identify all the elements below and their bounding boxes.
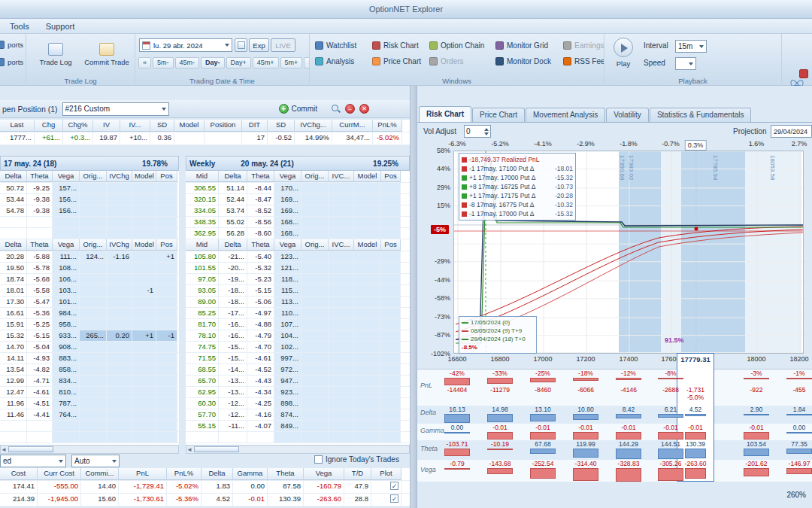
table-row[interactable]: 18.01-5.58103...-1 — [0, 285, 179, 297]
plot-checkbox[interactable]: ✓ — [390, 482, 398, 490]
mode-selector[interactable]: Auto — [71, 455, 120, 467]
table-row[interactable] — [0, 432, 179, 443]
table-row[interactable]: 15.91-5.25958... — [0, 319, 179, 330]
table-row[interactable]: 16.61-5.36984... — [0, 308, 179, 319]
table-row[interactable]: 74.75-15...-4.70102... — [186, 342, 410, 353]
table-row[interactable]: 18.74-5.68106... — [0, 274, 179, 285]
step-back-icon[interactable]: « — [138, 57, 151, 68]
trading-date-field[interactable]: lu. 29 abr. 2024 — [139, 38, 232, 52]
table-row[interactable]: 214.39-1,945.0015.60-1,730.61-5.36%4.52-… — [0, 494, 410, 506]
table-row[interactable]: 55.15-11...-4.07849... — [186, 421, 410, 432]
reports-button[interactable]: ports — [0, 56, 26, 68]
table-row[interactable]: 15.32-5.15933...265...0.20+1-1 — [0, 330, 179, 342]
table-row[interactable]: 65.70-13...-4.43947... — [186, 376, 410, 387]
table-row[interactable]: 54.78-9.38156... — [0, 205, 179, 217]
position-selector[interactable]: #216 Custom — [62, 102, 169, 116]
play-button[interactable] — [614, 38, 633, 57]
windows-item-option-chain[interactable]: Option Chain — [427, 39, 486, 51]
table-row[interactable]: 11.96-4.51787... — [0, 398, 179, 409]
windows-item-risk-chart[interactable]: Risk Chart — [370, 39, 421, 51]
table-row[interactable]: 62.95-13...-4.34923... — [186, 387, 410, 398]
windows-item-price-chart[interactable]: Price Chart — [370, 55, 423, 67]
table-row[interactable]: 11.46-4.41764... — [0, 409, 179, 421]
plot-checkbox[interactable]: ✓ — [390, 494, 398, 503]
tab-volatility[interactable]: Volatility — [606, 108, 649, 122]
windows-item-watchlist[interactable]: Watchlist — [313, 39, 359, 51]
table-row[interactable]: 81.70-16...-4.88107... — [186, 319, 410, 330]
menu-tools[interactable]: Tools — [2, 20, 38, 32]
nav-day-[interactable]: Day- — [201, 57, 225, 68]
table-row[interactable]: 174.41-555.0014.40-1,729.41-5.02%1.830.0… — [0, 481, 410, 494]
table-row[interactable]: 97.05-19...-5.23118... — [186, 274, 410, 285]
scroll-left-icon[interactable]: ◄ — [1, 446, 7, 453]
table-row[interactable]: 14.70-5.04908... — [0, 342, 179, 353]
table-row[interactable]: 71.55-15...-4.61997... — [186, 353, 410, 364]
vol-adjust-stepper[interactable]: 0 — [464, 125, 491, 138]
exp-button[interactable]: Exp — [249, 38, 269, 52]
table-row[interactable]: 362.9556.28-8.60168... — [186, 228, 410, 239]
windows-item-monitor-dock[interactable]: Monitor Dock — [493, 55, 553, 67]
scroll-thumb[interactable] — [194, 446, 239, 452]
table-row[interactable] — [0, 228, 179, 239]
table-row[interactable]: 14.11-4.93883... — [0, 353, 179, 364]
horizontal-scrollbar[interactable]: ◄ — [0, 445, 179, 454]
nav-45m-[interactable]: 45m+ — [253, 57, 279, 68]
nav-5m-[interactable]: 5m- — [153, 57, 174, 68]
step-forward-icon[interactable]: » — [304, 57, 310, 68]
table-row[interactable]: 12.47-4.61810... — [0, 387, 179, 398]
table-row[interactable]: 20.28-5.88111...124...-1.16+1 — [0, 251, 179, 263]
table-row[interactable]: 57.70-12...-4.16874... — [186, 409, 410, 421]
table-row[interactable]: 78.10-16...-4.79104... — [186, 330, 410, 342]
close-icon[interactable]: ✕ — [359, 104, 369, 114]
table-row[interactable] — [0, 421, 179, 432]
table-row[interactable]: 334.0553.74-8.52169... — [186, 205, 410, 217]
expiry-header-left[interactable]: 17 may. 24 (18) 19.78% — [0, 156, 179, 171]
speed-select[interactable] — [675, 57, 696, 70]
scroll-left-icon[interactable]: ◄ — [186, 446, 192, 453]
table-row[interactable]: 89.00-18...-5.06113... — [186, 297, 410, 308]
nav-5m-[interactable]: 5m+ — [280, 57, 303, 68]
trade-log-button[interactable]: Trade Log — [31, 36, 80, 72]
tab-statistics-fundamentals[interactable]: Statistics & Fundamentals — [650, 108, 752, 122]
table-row[interactable]: 348.3555.02-8.56168... — [186, 217, 410, 228]
interval-select[interactable]: 15m — [675, 40, 707, 53]
table-row[interactable]: 101.55-20...-5.32121... — [186, 263, 410, 274]
commit-button[interactable]: + Commit — [279, 104, 317, 114]
table-row[interactable]: 50.72-9.25157... — [0, 183, 179, 194]
tab-risk-chart[interactable]: Risk Chart — [419, 106, 471, 122]
projection-date-field[interactable]: 29/04/2024 — [771, 125, 812, 138]
table-row[interactable] — [186, 432, 410, 443]
table-row[interactable]: 320.1552.44-8.47169... — [186, 194, 410, 205]
expiry-header-right[interactable]: Weekly 20 may. 24 (21) 19.25% — [186, 156, 410, 171]
table-row[interactable]: 105.80-21...-5.40123... — [186, 251, 410, 263]
ignore-trades-checkbox[interactable]: Ignore Today's Trades — [314, 455, 399, 464]
spinner-arrows-icon[interactable] — [484, 128, 489, 135]
reports-button[interactable]: ports — [0, 38, 26, 50]
search-icon[interactable] — [331, 104, 341, 114]
table-row[interactable]: 68.55-14...-4.52972... — [186, 364, 410, 376]
tab-movement-analysis[interactable]: Movement Analysis — [526, 108, 605, 122]
nav-day-[interactable]: Day+ — [226, 57, 251, 68]
windows-item-analysis[interactable]: Analysis — [313, 55, 356, 67]
windows-item-rss-feed[interactable]: RSS Feed — [561, 55, 604, 67]
remove-icon[interactable]: – — [345, 104, 355, 114]
windows-item-monitor-grid[interactable]: Monitor Grid — [493, 39, 550, 51]
table-row[interactable]: 12.99-4.71834... — [0, 376, 179, 387]
table-row[interactable]: 17.30-5.47101... — [0, 297, 179, 308]
table-row[interactable]: 13.54-4.82858... — [0, 364, 179, 376]
nav-45m-[interactable]: 45m- — [175, 57, 200, 68]
view-selector[interactable]: ed — [0, 455, 66, 467]
table-row[interactable] — [0, 217, 179, 228]
table-row[interactable]: 306.5551.14-8.44170... — [186, 183, 410, 194]
table-row[interactable]: 19.50-5.78108... — [0, 263, 179, 274]
scroll-thumb[interactable] — [8, 446, 53, 452]
table-row[interactable]: 60.30-12...-4.25898... — [186, 398, 410, 409]
commit-trade-button[interactable]: Commit Trade — [82, 36, 132, 72]
panel-splitter[interactable] — [410, 86, 417, 508]
table-row[interactable]: 85.25-17...-4.97110... — [186, 308, 410, 319]
table-row[interactable]: 93.05-18...-5.15115... — [186, 285, 410, 297]
tab-price-chart[interactable]: Price Chart — [472, 108, 525, 122]
menu-support[interactable]: Support — [38, 20, 83, 32]
intraday-grid-button[interactable] — [235, 38, 247, 52]
horizontal-scrollbar[interactable]: ◄ — [186, 445, 410, 454]
